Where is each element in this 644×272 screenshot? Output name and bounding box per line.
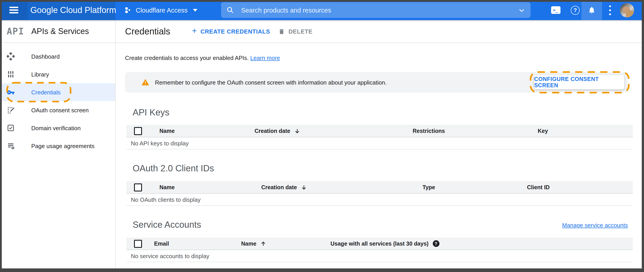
main-menu-button[interactable]	[0, 0, 28, 20]
project-hexagons-icon	[124, 6, 132, 14]
search-bar[interactable]	[221, 2, 530, 18]
sort-descending-icon	[294, 128, 300, 134]
project-name: Cloudflare Access	[136, 7, 188, 14]
service-accounts-table: Email Name Usage with all services (last…	[126, 237, 633, 262]
sort-descending-icon	[301, 184, 307, 190]
column-restrictions[interactable]: Restrictions	[413, 128, 538, 134]
more-options-button[interactable]	[600, 0, 620, 20]
sidebar-item-label: Library	[31, 71, 49, 78]
project-switcher[interactable]: Cloudflare Access	[124, 0, 198, 20]
column-type[interactable]: Type	[422, 184, 527, 190]
column-creation-date[interactable]: Creation date	[261, 184, 422, 190]
main-content: Create credentials to access your enable…	[116, 43, 644, 272]
sidebar: API APIs & Services Dashboard Libra	[0, 20, 115, 272]
api-keys-title: API Keys	[133, 107, 170, 118]
service-accounts-header-row: Email Name Usage with all services (last…	[126, 237, 633, 250]
column-client-id[interactable]: Client ID	[527, 184, 633, 190]
column-name[interactable]: Name	[152, 184, 261, 190]
page-title: Credentials	[125, 20, 170, 43]
sidebar-item-credentials[interactable]: Credentials	[0, 83, 115, 101]
oauth-clients-table: Name Creation date Type Client ID No OAu…	[126, 181, 633, 206]
domain-verification-icon	[7, 124, 15, 132]
usage-help-icon[interactable]: ?	[432, 240, 439, 247]
sidebar-item-oauth-consent-screen[interactable]: OAuth consent screen	[0, 101, 115, 119]
sidebar-item-library[interactable]: Library	[0, 65, 115, 83]
column-key[interactable]: Key	[538, 128, 633, 134]
intro-text: Create credentials to access your enable…	[125, 55, 280, 61]
delete-label: DELETE	[288, 28, 312, 35]
service-accounts-empty-row: No service accounts to display	[126, 250, 633, 262]
top-app-bar: Google Cloud Platform Cloudflare Access …	[0, 0, 644, 20]
project-dropdown-icon	[193, 9, 198, 12]
create-credentials-label: CREATE CREDENTIALS	[200, 28, 270, 35]
bell-icon	[588, 6, 596, 14]
oauth-clients-header-row: Name Creation date Type Client ID	[126, 181, 633, 194]
sidebar-item-domain-verification[interactable]: Domain verification	[0, 119, 115, 137]
sidebar-item-page-usage-agreements[interactable]: Page usage agreements	[0, 137, 115, 155]
dashboard-icon	[7, 52, 15, 60]
gcp-console-window: Google Cloud Platform Cloudflare Access …	[0, 0, 644, 272]
column-usage[interactable]: Usage with all services (last 30 days) ?	[330, 240, 633, 247]
service-accounts-title: Service Accounts	[133, 220, 201, 230]
key-icon	[7, 88, 15, 96]
warning-icon	[141, 78, 150, 86]
trash-icon	[278, 28, 285, 35]
consent-warning-banner: Remember to configure the OAuth consent …	[125, 72, 628, 93]
configure-consent-screen-button[interactable]: CONFIGURE CONSENT SCREEN	[534, 75, 624, 89]
sidebar-nav: Dashboard Library Credentials	[0, 47, 115, 155]
library-icon	[7, 70, 15, 78]
help-icon: ?	[571, 6, 580, 15]
sidebar-item-label: Page usage agreements	[31, 143, 94, 149]
sidebar-item-label: Dashboard	[31, 53, 60, 60]
sidebar-item-label: Credentials	[31, 89, 61, 95]
select-all-checkbox[interactable]	[134, 127, 142, 135]
api-keys-table: Name Creation date Restrictions Key No A…	[126, 125, 633, 150]
oauth-consent-icon	[7, 106, 15, 114]
sidebar-header: API APIs & Services	[0, 20, 115, 43]
api-logo: API	[7, 26, 24, 37]
search-icon	[226, 6, 234, 14]
product-logo[interactable]: Google Cloud Platform	[30, 0, 116, 20]
hamburger-icon	[10, 5, 18, 15]
learn-more-link[interactable]: Learn more	[250, 55, 280, 61]
sort-ascending-icon	[260, 240, 266, 247]
select-all-checkbox[interactable]	[134, 183, 142, 191]
intro-sentence: Create credentials to access your enable…	[125, 55, 249, 61]
plus-icon: +	[192, 26, 197, 36]
api-keys-header-row: Name Creation date Restrictions Key	[126, 125, 633, 137]
column-creation-date[interactable]: Creation date	[254, 128, 413, 134]
create-credentials-button[interactable]: + CREATE CREDENTIALS	[192, 20, 270, 43]
account-avatar[interactable]	[620, 3, 634, 17]
search-input[interactable]	[240, 6, 518, 14]
sidebar-item-label: OAuth consent screen	[31, 107, 89, 113]
manage-service-accounts-link[interactable]: Manage service accounts	[562, 222, 628, 229]
select-all-checkbox[interactable]	[134, 240, 142, 248]
delete-button[interactable]: DELETE	[278, 20, 312, 43]
column-name[interactable]: Name	[241, 240, 330, 247]
search-expand-chevron-icon[interactable]	[518, 7, 525, 14]
page-header: Credentials + CREATE CREDENTIALS DELETE	[116, 20, 644, 43]
notifications-button[interactable]	[582, 0, 602, 20]
sidebar-item-label: Domain verification	[31, 124, 80, 131]
page-usage-agreements-icon	[7, 142, 15, 150]
column-name[interactable]: Name	[152, 128, 254, 134]
cloud-shell-button[interactable]: >_	[546, 0, 566, 20]
column-email[interactable]: Email	[152, 240, 241, 247]
sidebar-item-dashboard[interactable]: Dashboard	[0, 47, 115, 65]
api-keys-empty-row: No API keys to display	[126, 137, 633, 150]
sidebar-section-title: APIs & Services	[31, 27, 89, 36]
oauth-clients-title: OAuth 2.0 Client IDs	[133, 163, 214, 174]
cloud-shell-icon: >_	[551, 6, 560, 14]
banner-message: Remember to configure the OAuth consent …	[155, 72, 387, 93]
oauth-clients-empty-row: No OAuth clients to display	[126, 194, 633, 206]
